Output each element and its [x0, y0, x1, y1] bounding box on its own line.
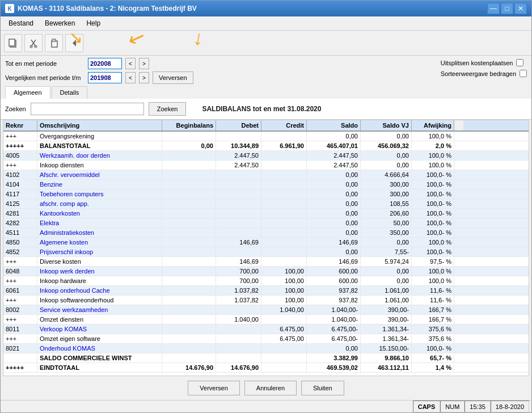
- cell-saldo-vj: 1.361,34-: [361, 334, 412, 343]
- uitsplitsen-checkbox[interactable]: [516, 59, 523, 66]
- footer-annuleren-button[interactable]: Annuleren: [244, 381, 297, 395]
- cell-afwijking: 100,0- %: [412, 228, 454, 237]
- table-row[interactable]: +++ Inkoop diensten 2.447,50 2.447,50 0,…: [3, 161, 529, 170]
- cell-beginbalans: [162, 161, 216, 170]
- table-row[interactable]: +++++ BALANSTOTAAL 0,00 10.344,89 6.961,…: [3, 141, 529, 151]
- cell-saldo: 600,00: [307, 276, 361, 285]
- sorterweergave-row: Sorteerweergave bedragen: [441, 70, 527, 77]
- toolbar: ↘ ↙↓: [1, 31, 531, 56]
- sorterweergave-checkbox[interactable]: [520, 70, 527, 77]
- svg-rect-7: [52, 39, 56, 41]
- cell-saldo-vj: 0,00: [361, 132, 412, 141]
- table-row[interactable]: 4282 Elektra 0,00 50,00 100,0- %: [3, 218, 529, 228]
- tab-algemeen[interactable]: Algemeen: [5, 86, 50, 99]
- menu-bewerken[interactable]: Bewerken: [39, 18, 81, 29]
- table-row[interactable]: 8002 Service werkzaamheden 1.040,00 1.04…: [3, 305, 529, 315]
- footer-sluiten-button[interactable]: Sluiten: [301, 381, 344, 395]
- cell-reknr: +++: [3, 161, 37, 170]
- table-row[interactable]: 6061 Inkoop onderhoud Cache 1.037,82 100…: [3, 286, 529, 296]
- table-row[interactable]: +++ Inkoop softwareonderhoud 1.037,82 10…: [3, 296, 529, 305]
- table-row[interactable]: +++ Diverse kosten 146,69 146,69 5.974,2…: [3, 257, 529, 267]
- search-label: Zoeken: [5, 106, 26, 112]
- cell-credit: 1.040,00: [261, 305, 307, 314]
- cell-credit: [261, 180, 307, 189]
- cell-debet: 700,00: [216, 276, 261, 285]
- cell-afwijking: 100,0 %: [412, 238, 454, 247]
- cell-saldo: 0,00: [307, 209, 361, 218]
- table-row[interactable]: 8011 Verkoop KOMAS 6.475,00 6.475,00- 1.…: [3, 324, 529, 334]
- table-row[interactable]: 4117 Toebehoren computers 0,00 300,00 10…: [3, 189, 529, 199]
- table-row[interactable]: 4281 Kantoorkosten 0,00 206,60 100,0- %: [3, 209, 529, 218]
- table-row[interactable]: +++ Omzet diensten 1.040,00 1.040,00- 39…: [3, 315, 529, 324]
- menu-bestand[interactable]: Bestand: [3, 18, 39, 29]
- table-row[interactable]: 8021 Onderhoud KOMAS 0,00 15.150,00- 100…: [3, 344, 529, 353]
- cell-saldo-vj: 5.974,24: [361, 257, 412, 266]
- cell-reknr: +++++: [3, 363, 37, 372]
- table-row[interactable]: +++ Inkoop hardware 700,00 100,00 600,00…: [3, 276, 529, 286]
- cell-reknr: 6061: [3, 286, 37, 295]
- compare-input[interactable]: [88, 72, 122, 83]
- table-row[interactable]: 4852 Prijsverschil inkoop 0,00 7,55- 100…: [3, 247, 529, 257]
- cut-button[interactable]: [24, 34, 43, 52]
- close-button[interactable]: ✕: [514, 3, 527, 14]
- cell-omschrijving: Omzet diensten: [37, 315, 162, 324]
- menu-help[interactable]: Help: [81, 18, 106, 29]
- cell-beginbalans: [162, 228, 216, 237]
- search-input[interactable]: [31, 103, 144, 115]
- cell-saldo-vj: 0,00: [361, 161, 412, 170]
- cell-reknr: +++: [3, 257, 37, 266]
- cell-reknr: 8021: [3, 344, 37, 353]
- cell-afwijking: 375,6 %: [412, 324, 454, 334]
- maximize-button[interactable]: □: [501, 3, 513, 14]
- table-row[interactable]: 6048 Inkoop werk derden 700,00 100,00 60…: [3, 267, 529, 276]
- back-button[interactable]: [65, 34, 83, 52]
- cell-credit: [261, 247, 307, 256]
- table-row[interactable]: +++ Overgangsrekening 0,00 0,00 100,0 %: [3, 132, 529, 141]
- paste-button[interactable]: [45, 34, 63, 52]
- table-row[interactable]: SALDO COMMERCIELE WINST 3.382,99 9.866,1…: [3, 353, 529, 363]
- period-next-button[interactable]: >: [139, 58, 149, 69]
- cell-debet: 1.037,82: [216, 286, 261, 295]
- cell-saldo-vj: 50,00: [361, 218, 412, 227]
- table-row[interactable]: 4125 afschr. comp app. 0,00 108,55 100,0…: [3, 199, 529, 209]
- header-credit: Credit: [261, 120, 307, 130]
- table-row[interactable]: +++++ EINDTOTAAL 14.676,90 14.676,90 469…: [3, 363, 529, 373]
- cell-credit: 6.475,00: [261, 324, 307, 334]
- cell-saldo: 0,00: [307, 247, 361, 256]
- cell-debet: [216, 132, 261, 141]
- compare-next-button[interactable]: >: [139, 72, 149, 83]
- cell-beginbalans: [162, 218, 216, 227]
- period-prev-button[interactable]: <: [125, 58, 136, 69]
- cell-saldo: 0,00: [307, 170, 361, 179]
- footer-verversen-button[interactable]: Verversen: [188, 381, 240, 395]
- cell-afwijking: 100,0- %: [412, 199, 454, 208]
- cell-saldo: 146,69: [307, 238, 361, 247]
- table-row[interactable]: 4850 Algemene kosten 146,69 146,69 0,00 …: [3, 238, 529, 247]
- main-window: K KOMAS - 3110 Saldibalans - 2: Nicogram…: [0, 0, 532, 413]
- cell-debet: 2.447,50: [216, 151, 261, 160]
- minimize-button[interactable]: —: [487, 3, 500, 14]
- header-debet: Debet: [216, 120, 261, 130]
- cell-saldo: 0,00: [307, 180, 361, 189]
- table-row[interactable]: 4005 Werkzaamh. door derden 2.447,50 2.4…: [3, 151, 529, 161]
- compare-prev-button[interactable]: <: [125, 72, 136, 83]
- verversen-button[interactable]: Verversen: [153, 71, 193, 84]
- compare-label: Vergelijken met periode t/m: [5, 74, 85, 81]
- svg-rect-1: [9, 39, 15, 46]
- period-input[interactable]: [88, 58, 122, 69]
- copy-button[interactable]: [4, 34, 22, 52]
- cell-reknr: 8011: [3, 324, 37, 334]
- table-row[interactable]: 4104 Benzine 0,00 300,00 100,0- %: [3, 180, 529, 189]
- title-bar: K KOMAS - 3110 Saldibalans - 2: Nicogram…: [1, 1, 531, 16]
- header-omschrijving: Omschrijving: [37, 120, 162, 130]
- zoeken-button[interactable]: Zoeken: [149, 102, 187, 116]
- table-row[interactable]: 4511 Administratiekosten 0,00 350,00 100…: [3, 228, 529, 238]
- table-header: Reknr Omschrijving Beginbalans Debet Cre…: [3, 120, 529, 132]
- table-row[interactable]: 4102 Afschr. vervoermiddel 0,00 4.666,64…: [3, 170, 529, 180]
- cell-saldo: 3.382,99: [307, 353, 361, 363]
- table-row[interactable]: +++ Omzet eigen software 6.475,00 6.475,…: [3, 334, 529, 344]
- tab-details[interactable]: Details: [52, 86, 88, 99]
- cell-beginbalans: [162, 257, 216, 266]
- table-body[interactable]: +++ Overgangsrekening 0,00 0,00 100,0 % …: [3, 132, 529, 376]
- cell-reknr: 4102: [3, 170, 37, 179]
